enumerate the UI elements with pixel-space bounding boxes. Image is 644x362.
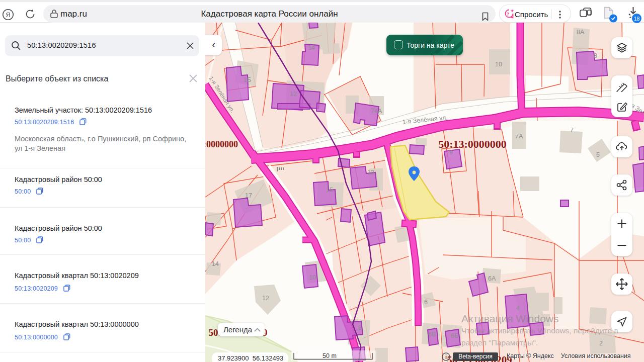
svg-text:1Б: 1Б	[244, 76, 251, 83]
svg-text:6А: 6А	[488, 275, 496, 282]
svg-text:17: 17	[245, 192, 252, 199]
svg-text:10: 10	[495, 61, 502, 68]
svg-text:14: 14	[212, 260, 219, 267]
svg-text:?: ?	[507, 12, 510, 17]
svg-text:8: 8	[358, 324, 362, 331]
svg-text:7: 7	[570, 127, 574, 134]
svg-text:74А: 74А	[371, 108, 382, 115]
svg-text:15: 15	[326, 187, 333, 194]
svg-text:50 m: 50 m	[323, 352, 337, 359]
svg-text:12: 12	[262, 295, 269, 302]
svg-text:12: 12	[290, 90, 297, 98]
svg-text:9: 9	[449, 149, 453, 156]
svg-text:6Б: 6Б	[451, 332, 458, 339]
svg-text:13: 13	[367, 169, 374, 176]
svg-text:Я: Я	[6, 12, 10, 19]
svg-text:50:13:0000000: 50:13:0000000	[205, 139, 238, 149]
svg-text:18: 18	[634, 16, 640, 22]
svg-text:14: 14	[308, 44, 315, 51]
svg-text:5: 5	[596, 151, 600, 158]
svg-text:7А: 7А	[515, 133, 523, 140]
svg-text:50:13:0000000: 50:13:0000000	[438, 138, 507, 150]
svg-text:4: 4	[516, 305, 520, 312]
svg-text:6: 6	[424, 299, 428, 306]
svg-text:8А: 8А	[577, 29, 585, 36]
svg-text:6В: 6В	[428, 331, 436, 338]
svg-text:8: 8	[594, 52, 597, 59]
svg-text:10: 10	[309, 274, 316, 281]
